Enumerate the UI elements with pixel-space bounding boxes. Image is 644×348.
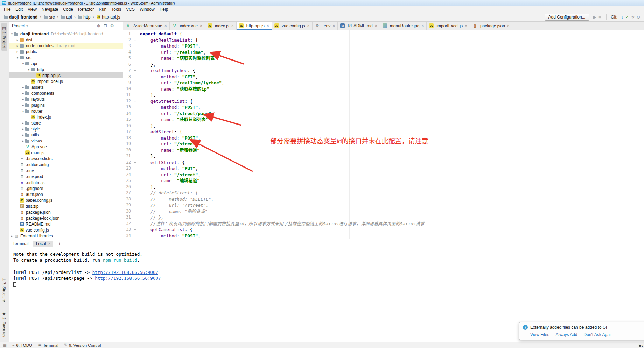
code-line[interactable]: 33− getCameraList: { bbox=[123, 227, 644, 233]
chevron-down-icon[interactable]: ▾ bbox=[26, 24, 28, 28]
code-line[interactable]: 32 //注释：所有用到删除的接口都需要拼接变量id，所以请求方式采用了挂载在原… bbox=[123, 221, 644, 227]
tab-env[interactable]: ⚙.env× bbox=[313, 22, 338, 30]
tree-item-duoji-frontend[interactable]: ▾duoji-frontendD:\zheheWeb\duoji-fronten… bbox=[9, 31, 123, 37]
menu-edit[interactable]: Edit bbox=[13, 6, 25, 13]
code-line[interactable]: 15 name: "获取巷道列表" bbox=[123, 116, 644, 123]
stripe-button-2-favorites[interactable]: ★ 2: Favorites bbox=[1, 309, 7, 340]
code-line[interactable]: 1−export default { bbox=[123, 31, 644, 37]
code-line[interactable]: 30 // name: "删除巷道" bbox=[123, 208, 644, 215]
breadcrumb-item-src[interactable]: src bbox=[43, 14, 56, 20]
git-history-icon[interactable]: ⊙ bbox=[636, 15, 641, 20]
chevron-closed-icon[interactable]: ▸ bbox=[21, 133, 25, 137]
menu-code[interactable]: Code bbox=[61, 6, 76, 13]
statusbar-item-terminal[interactable]: ▣Terminal bbox=[38, 343, 58, 347]
tab-importexcel-js[interactable]: JSimportExcel.js× bbox=[427, 22, 470, 30]
code-line[interactable]: 5 name: "获取实时监控列表" bbox=[123, 55, 644, 62]
tab-package-json[interactable]: {}package.json× bbox=[470, 22, 512, 30]
close-icon[interactable]: × bbox=[332, 23, 335, 28]
chevron-closed-icon[interactable]: ▸ bbox=[21, 104, 25, 107]
code-line[interactable]: 13 method: "POST", bbox=[123, 104, 644, 111]
code-line[interactable]: 3 method: "POST", bbox=[123, 43, 644, 49]
tree-item-dist-zip[interactable]: Zdist.zip bbox=[9, 203, 123, 209]
tree-item-http[interactable]: ▾http bbox=[9, 66, 123, 72]
git-rollback-icon[interactable]: ↻ bbox=[630, 15, 636, 20]
code-line[interactable]: 14 url: "/street/page", bbox=[123, 111, 644, 117]
tree-item-index-js[interactable]: JSindex.js bbox=[9, 114, 123, 120]
terminal-link[interactable]: http://192.168.66.56:9007 bbox=[95, 276, 161, 281]
code-line[interactable]: 34 method: "POST", bbox=[123, 233, 644, 239]
git-commit-icon[interactable]: ✓ bbox=[624, 15, 630, 20]
tab-menurouter-jpg[interactable]: menuRouter.jpg× bbox=[380, 22, 427, 30]
stripe-button-7-structure[interactable]: ⊥ 7: Structure bbox=[1, 275, 7, 305]
menu-navigate[interactable]: Navigate bbox=[39, 6, 61, 13]
tree-item-src[interactable]: ▾src bbox=[9, 55, 123, 61]
code-line[interactable]: 7− realTimeLychee: { bbox=[123, 68, 644, 74]
close-icon[interactable]: × bbox=[48, 241, 50, 246]
tree-item-plugins[interactable]: ▸plugins bbox=[9, 102, 123, 108]
collapse-icon[interactable]: ⊟ bbox=[104, 23, 107, 28]
tree-item-assets[interactable]: ▸assets bbox=[9, 84, 123, 90]
run-icon[interactable]: ▶ bbox=[592, 15, 597, 20]
notification-action-don-t-ask-agai[interactable]: Don't Ask Agai bbox=[584, 332, 611, 337]
menu-file[interactable]: File bbox=[1, 6, 13, 13]
stop-icon[interactable]: ■ bbox=[597, 15, 602, 20]
code-line[interactable]: 4 url: "/realTime", bbox=[123, 49, 644, 56]
code-line[interactable]: 22− editStreet: { bbox=[123, 159, 644, 166]
event-log-label[interactable]: Ev bbox=[639, 343, 643, 347]
new-terminal-button[interactable]: + bbox=[57, 241, 62, 247]
close-icon[interactable]: × bbox=[307, 23, 310, 28]
tree-item-browserslistrc[interactable]: ≡.browserslistrc bbox=[9, 156, 123, 162]
tree-item-router[interactable]: ▾router bbox=[9, 108, 123, 114]
close-icon[interactable]: × bbox=[164, 23, 167, 28]
tree-item-public[interactable]: ▸public bbox=[9, 49, 123, 55]
chevron-closed-icon[interactable]: ▸ bbox=[10, 234, 14, 238]
breadcrumb-item-duoji-frontend[interactable]: duoji-frontend bbox=[3, 14, 38, 20]
tree-item-views[interactable]: ▸views bbox=[9, 138, 123, 144]
chevron-open-icon[interactable]: ▾ bbox=[15, 56, 20, 59]
tree-item-auth-json[interactable]: {}auth.json bbox=[9, 191, 123, 197]
menu-run[interactable]: Run bbox=[96, 6, 109, 13]
chevron-closed-icon[interactable]: ▸ bbox=[21, 92, 25, 95]
notification-action-view-files[interactable]: View Files bbox=[530, 332, 549, 337]
chevron-closed-icon[interactable]: ▸ bbox=[15, 44, 20, 48]
statusbar-item-6-todo[interactable]: ≡6: TODO bbox=[12, 343, 32, 347]
code-line[interactable]: 16 }, bbox=[123, 123, 644, 129]
tree-item-utils[interactable]: ▸utils bbox=[9, 132, 123, 138]
tree-item-components[interactable]: ▸components bbox=[9, 90, 123, 96]
stripe-button-1-project[interactable]: ▤ 1: Project bbox=[1, 23, 7, 51]
tree-item-package-lock-json[interactable]: {}package-lock.json bbox=[9, 215, 123, 221]
close-icon[interactable]: × bbox=[267, 23, 269, 28]
close-icon[interactable]: × bbox=[200, 23, 202, 28]
tree-item-vue-config-js[interactable]: JSvue.config.js bbox=[9, 227, 123, 233]
code-editor[interactable]: 1−export default {2− getRealTimeList: {3… bbox=[123, 30, 644, 239]
tree-item-dist[interactable]: ▸dist bbox=[9, 37, 123, 43]
tree-item-store[interactable]: ▸store bbox=[9, 120, 123, 126]
close-icon[interactable]: × bbox=[375, 23, 377, 28]
code-line[interactable]: 29 // url: "/street", bbox=[123, 202, 644, 208]
code-line[interactable]: 6 }, bbox=[123, 62, 644, 68]
locate-icon[interactable]: ⊕ bbox=[97, 23, 100, 28]
tree-item-env-prod[interactable]: ⚙.env.prod bbox=[9, 173, 123, 179]
breadcrumb-item-api[interactable]: api bbox=[60, 14, 73, 20]
code-line[interactable]: 23 method: "PUT", bbox=[123, 165, 644, 172]
tree-item-app-vue[interactable]: VApp.vue bbox=[9, 144, 123, 150]
chevron-closed-icon[interactable]: ▸ bbox=[15, 38, 20, 42]
settings-icon[interactable]: ⚙ bbox=[110, 23, 114, 28]
tab-readme-md[interactable]: MREADME.md× bbox=[338, 22, 380, 30]
code-line[interactable]: 10 name: "获取荔枝的ip" bbox=[123, 86, 644, 92]
tree-item-editorconfig[interactable]: ⚙.editorconfig bbox=[9, 162, 123, 168]
code-line[interactable]: 11 }, bbox=[123, 92, 644, 98]
menu-view[interactable]: View bbox=[25, 6, 39, 13]
close-icon[interactable]: × bbox=[231, 23, 234, 28]
code-line[interactable]: 31 // }, bbox=[123, 214, 644, 221]
code-line[interactable]: 2− getRealTimeList: { bbox=[123, 37, 644, 43]
tree-item-api[interactable]: ▾api bbox=[9, 61, 123, 66]
tab-http-api-js[interactable]: JShttp-api.js× bbox=[237, 22, 272, 30]
tree-item-importexcel-js[interactable]: JSimportExcel.js bbox=[9, 78, 123, 84]
tree-item-readme-md[interactable]: MREADME.md bbox=[9, 221, 123, 227]
add-configuration-button[interactable]: Add Configuration... bbox=[545, 14, 589, 21]
tree-item-env[interactable]: ⚙.env bbox=[9, 168, 123, 173]
project-panel-title[interactable]: Project bbox=[12, 23, 25, 28]
code-line[interactable]: 26 }, bbox=[123, 184, 644, 190]
code-line[interactable]: 28 // method: "DELETE", bbox=[123, 196, 644, 203]
